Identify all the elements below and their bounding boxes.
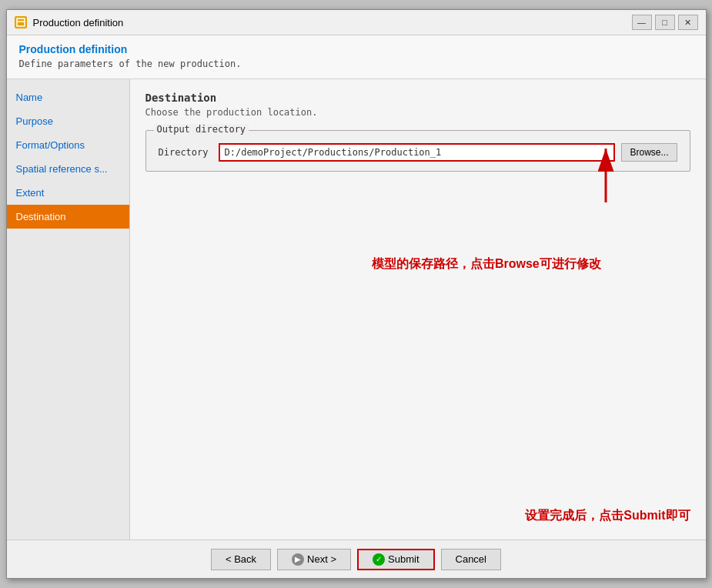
main-content: Name Purpose Format/Options Spatial refe… [7, 79, 706, 540]
sidebar-item-purpose[interactable]: Purpose [7, 109, 129, 133]
cancel-button[interactable]: Cancel [441, 549, 501, 570]
next-icon: ▶ [292, 553, 304, 566]
back-button[interactable]: < Back [211, 549, 271, 570]
sidebar-item-spatial-reference[interactable]: Spatial reference s... [7, 157, 129, 181]
annotation-text-1: 模型的保存路径，点击Browse可进行修改 [372, 256, 601, 272]
next-button[interactable]: ▶ Next > [277, 549, 351, 570]
footer: < Back ▶ Next > ✓ Submit Cancel [7, 540, 706, 578]
sidebar-item-format-options[interactable]: Format/Options [7, 133, 129, 157]
content-title: Destination [145, 92, 690, 104]
content-area: Destination Choose the production locati… [130, 79, 706, 540]
directory-label: Directory [159, 147, 212, 158]
directory-field-row: Directory Browse... [159, 143, 677, 162]
browse-button[interactable]: Browse... [621, 143, 677, 162]
header-subtitle: Define parameters of the new production. [19, 58, 694, 69]
sidebar-item-destination[interactable]: Destination [7, 205, 129, 229]
window-icon [15, 16, 27, 28]
window-title: Production definition [33, 17, 124, 28]
sidebar: Name Purpose Format/Options Spatial refe… [7, 79, 130, 540]
annotation-text-2: 设置完成后，点击Submit即可 [525, 508, 690, 524]
content-subtitle: Choose the production location. [145, 107, 690, 118]
main-window: Production definition — □ ✕ Production d… [6, 9, 707, 579]
titlebar-controls: — □ ✕ [632, 15, 698, 30]
header-title: Production definition [19, 43, 694, 55]
close-button[interactable]: ✕ [678, 15, 698, 30]
header-section: Production definition Define parameters … [7, 35, 706, 79]
sidebar-item-name[interactable]: Name [7, 85, 129, 109]
titlebar: Production definition — □ ✕ [7, 10, 706, 35]
minimize-button[interactable]: — [632, 15, 652, 30]
submit-label: Submit [388, 553, 419, 565]
svg-rect-0 [17, 18, 25, 26]
submit-button[interactable]: ✓ Submit [357, 549, 434, 570]
group-box-label: Output directory [154, 124, 249, 135]
output-directory-group: Output directory Directory Browse... [145, 130, 690, 172]
next-label: Next > [307, 553, 336, 565]
sidebar-item-extent[interactable]: Extent [7, 181, 129, 205]
directory-input[interactable] [219, 143, 616, 162]
titlebar-left: Production definition [15, 16, 124, 28]
submit-icon: ✓ [373, 553, 385, 566]
maximize-button[interactable]: □ [655, 15, 675, 30]
